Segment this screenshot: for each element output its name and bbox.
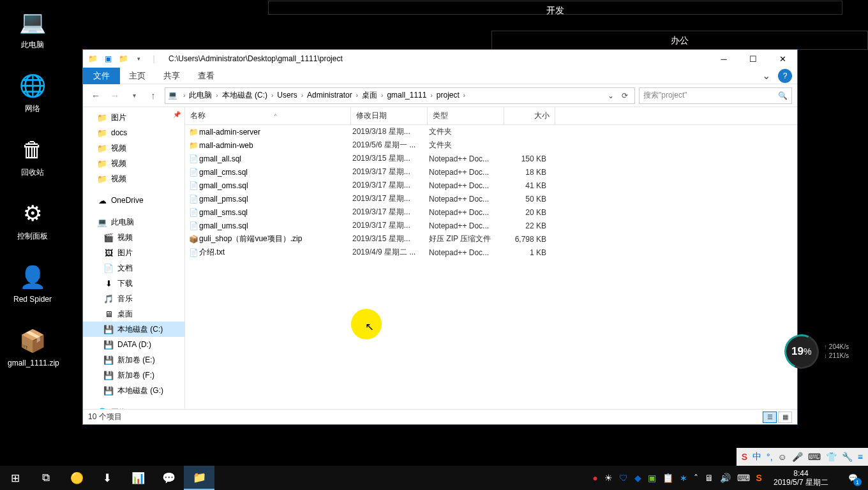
nav-item[interactable]: 🖥桌面 — [83, 306, 184, 322]
notifications-button[interactable]: 💬1 — [840, 466, 865, 490]
refresh-icon[interactable]: ⟳ — [618, 91, 632, 100]
clock[interactable]: 8:44 2019/5/7 星期二 — [768, 469, 834, 487]
breadcrumb-segment[interactable]: 此电脑 — [188, 91, 213, 100]
nav-up-button[interactable]: ↑ — [146, 88, 161, 103]
ribbon-home-tab[interactable]: 主页 — [120, 68, 154, 84]
qat-properties-icon[interactable]: ▣ — [102, 53, 114, 64]
ime-keyboard-icon[interactable]: ⌨ — [808, 452, 821, 462]
nav-item[interactable]: 💾新加卷 (E:) — [83, 352, 184, 368]
file-row[interactable]: 📄介绍.txt2019/4/9 星期二 ...Notepad++ Doc...1… — [185, 246, 797, 259]
nav-item[interactable]: 🖼图片 — [83, 245, 184, 260]
breadcrumb-segment[interactable]: gmall_1111 — [385, 91, 428, 100]
ribbon-share-tab[interactable]: 共享 — [154, 68, 189, 84]
tray-av-icon[interactable]: ◆ — [634, 473, 641, 483]
qat-dropdown-icon[interactable]: ▾ — [133, 53, 144, 64]
file-row[interactable]: 📄gmall_cms.sql2019/3/17 星期...Notepad++ D… — [185, 165, 797, 179]
chevron-right-icon[interactable]: › — [428, 92, 435, 99]
taskbar[interactable]: ⊞ ⧉ 🟡 ⬇ 📊 💬 📁 ● ☀ 🛡 ◆ ▣ 📋 ∗ ˄ 🖥 🔊 ⌨ S 8:… — [0, 466, 868, 490]
breadcrumb[interactable]: 💻 › 此电脑›本地磁盘 (C:)›Users›Administrator›桌面… — [165, 87, 635, 104]
tray-ime-icon[interactable]: ⌨ — [737, 473, 750, 483]
navigation-pane[interactable]: 📁图片📁docs📁视频📁视频📁视频📌☁OneDrive💻此电脑🎬视频🖼图片📄文档… — [83, 107, 185, 409]
file-row[interactable]: 📄gmall_all.sql2019/3/15 星期...Notepad++ D… — [185, 152, 797, 165]
ime-person-icon[interactable]: 👕 — [826, 452, 837, 462]
nav-item[interactable]: 🎬视频 — [83, 230, 184, 245]
desktop-icon-2[interactable]: 🗑回收站 — [8, 134, 57, 178]
ime-tools-icon[interactable]: 🔧 — [842, 452, 853, 462]
help-icon[interactable]: ? — [778, 69, 792, 83]
nav-item[interactable]: 💾新加卷 (F:) — [83, 368, 184, 383]
ribbon-collapse-icon[interactable]: ⌄ — [757, 70, 775, 82]
minimize-button[interactable]: ─ — [709, 50, 738, 68]
desktop-icon-1[interactable]: 🌐网络 — [8, 70, 57, 114]
overlay-dev-tab[interactable]: 开发 — [268, 1, 842, 15]
nav-item[interactable]: 📁视频 — [83, 140, 184, 156]
file-row[interactable]: 📄gmall_oms.sql2019/3/17 星期...Notepad++ D… — [185, 179, 797, 192]
close-button[interactable]: ✕ — [768, 50, 797, 68]
app-icon[interactable]: 📊 — [123, 466, 153, 490]
nav-back-button[interactable]: ← — [88, 88, 103, 103]
file-row[interactable]: 📦guli_shop（前端vue项目）.zip2019/3/15 星期...好压… — [185, 232, 797, 246]
ime-toolbar[interactable]: S 中 °, ☺ 🎤 ⌨ 👕 🔧 ≡ — [737, 448, 868, 466]
view-icons-button[interactable]: ▦ — [778, 412, 792, 423]
desktop-icon-0[interactable]: 💻此电脑 — [8, 6, 57, 50]
file-row[interactable]: 📁mall-admin-web2019/5/6 星期一 ...文件夹 — [185, 138, 797, 152]
nav-item[interactable]: 📁视频 — [83, 171, 184, 186]
nav-item[interactable]: ⬇下载 — [83, 276, 184, 291]
ime-logo-icon[interactable]: S — [742, 452, 747, 462]
ime-emoji-icon[interactable]: ☺ — [778, 452, 787, 462]
ime-lang[interactable]: 中 — [752, 451, 761, 463]
view-details-button[interactable]: ☰ — [763, 412, 777, 423]
tray-todesk-icon[interactable]: 📋 — [662, 473, 673, 483]
nav-item[interactable]: 💾本地磁盘 (G:) — [83, 383, 184, 398]
nav-item[interactable]: 💾DATA (D:) — [83, 337, 184, 352]
file-row[interactable]: 📄gmall_pms.sql2019/3/17 星期...Notepad++ D… — [185, 192, 797, 205]
file-explorer-taskbar-icon[interactable]: 📁 — [184, 466, 214, 490]
chrome-icon[interactable]: 🟡 — [61, 466, 92, 490]
breadcrumb-segment[interactable]: project — [435, 91, 461, 100]
file-row[interactable]: 📄gmall_sms.sql2019/3/17 星期...Notepad++ D… — [185, 205, 797, 219]
column-headers[interactable]: 名称^ 修改日期 类型 大小 — [185, 107, 797, 125]
desktop-icon-4[interactable]: 👤Red Spider — [8, 262, 57, 304]
overlay-office-tab[interactable]: 办公 — [491, 31, 868, 50]
maximize-button[interactable]: ☐ — [738, 50, 768, 68]
file-row[interactable]: 📁mall-admin-server2019/3/18 星期...文件夹 — [185, 125, 797, 138]
breadcrumb-segment[interactable]: Administrator — [306, 91, 354, 100]
chevron-right-icon[interactable]: › — [181, 92, 188, 99]
tray-sogou-icon[interactable]: S — [756, 473, 762, 483]
chevron-right-icon[interactable]: › — [299, 92, 306, 99]
wechat-icon[interactable]: 💬 — [153, 466, 184, 490]
breadcrumb-segment[interactable]: 桌面 — [361, 91, 378, 100]
chevron-right-icon[interactable]: › — [269, 92, 276, 99]
ime-punct[interactable]: °, — [767, 452, 773, 462]
desktop-icon-3[interactable]: ⚙控制面板 — [8, 198, 57, 242]
tray-shield-icon[interactable]: 🛡 — [619, 473, 628, 483]
file-row[interactable]: 📄gmall_ums.sql2019/3/17 星期...Notepad++ D… — [185, 219, 797, 232]
column-size[interactable]: 大小 — [504, 107, 555, 124]
chevron-right-icon[interactable]: › — [378, 92, 385, 99]
tray-volume-icon[interactable]: 🔊 — [720, 473, 731, 483]
chevron-right-icon[interactable]: › — [461, 92, 468, 99]
chevron-right-icon[interactable]: › — [354, 92, 361, 99]
nav-item[interactable]: 🌐网络 — [83, 405, 184, 409]
breadcrumb-segment[interactable]: Users — [276, 91, 298, 100]
address-dropdown-icon[interactable]: ⌄ — [604, 91, 618, 100]
ribbon-view-tab[interactable]: 查看 — [189, 68, 223, 84]
ribbon-file-tab[interactable]: 文件 — [83, 68, 120, 84]
titlebar[interactable]: 📁 ▣ 📁 ▾ | C:\Users\Administrator\Desktop… — [83, 50, 797, 68]
jdownloader-icon[interactable]: ⬇ — [92, 466, 123, 490]
nav-forward-button[interactable]: → — [107, 88, 123, 103]
nav-item[interactable]: ☁OneDrive — [83, 193, 184, 208]
nav-item[interactable]: 🎵音乐 — [83, 291, 184, 306]
search-input[interactable]: 搜索"project" 🔍 — [639, 87, 792, 104]
tray-nvidia-icon[interactable]: ▣ — [648, 473, 656, 483]
breadcrumb-segment[interactable]: 本地磁盘 (C:) — [221, 91, 269, 100]
ime-menu-icon[interactable]: ≡ — [858, 452, 863, 462]
tray-weather-icon[interactable]: ☀ — [604, 473, 613, 483]
ime-mic-icon[interactable]: 🎤 — [792, 452, 803, 462]
nav-item[interactable]: 💾本地磁盘 (C:) — [83, 322, 184, 337]
tray-bluetooth-icon[interactable]: ∗ — [680, 473, 687, 483]
start-button[interactable]: ⊞ — [0, 466, 31, 490]
nav-item[interactable]: 📁视频 — [83, 156, 184, 171]
nav-item[interactable]: 📄文档 — [83, 260, 184, 276]
qat-new-folder-icon[interactable]: 📁 — [117, 53, 129, 64]
